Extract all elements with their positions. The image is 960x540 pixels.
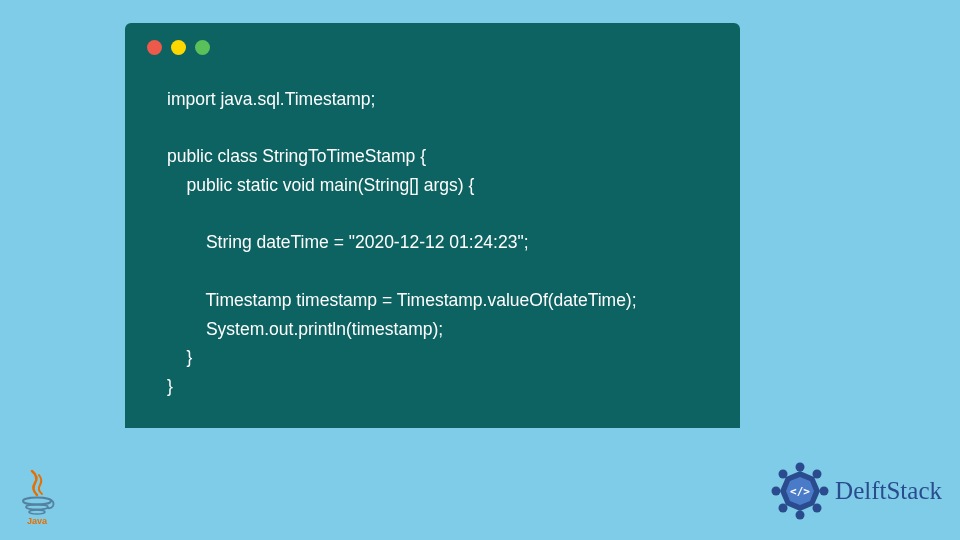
close-icon bbox=[147, 40, 162, 55]
svg-point-0 bbox=[23, 498, 51, 505]
delftstack-logo: </> DelftStack bbox=[771, 462, 942, 520]
java-logo: Java bbox=[17, 469, 57, 525]
code-line: import java.sql.Timestamp; bbox=[167, 89, 375, 109]
delftstack-brand-text: DelftStack bbox=[835, 477, 942, 505]
svg-text:Java: Java bbox=[27, 516, 48, 525]
code-line: } bbox=[167, 347, 192, 367]
maximize-icon bbox=[195, 40, 210, 55]
code-line: System.out.println(timestamp); bbox=[167, 319, 443, 339]
java-icon: Java bbox=[17, 469, 57, 525]
svg-point-4 bbox=[796, 463, 805, 472]
svg-point-8 bbox=[796, 511, 805, 520]
svg-point-2 bbox=[29, 510, 45, 514]
code-line: public static void main(String[] args) { bbox=[167, 175, 474, 195]
code-line: Timestamp timestamp = Timestamp.valueOf(… bbox=[167, 290, 637, 310]
code-line: } bbox=[167, 376, 173, 396]
window-controls bbox=[125, 23, 740, 55]
minimize-icon bbox=[171, 40, 186, 55]
code-line: public class StringToTimeStamp { bbox=[167, 146, 426, 166]
code-line: String dateTime = "2020-12-12 01:24:23"; bbox=[167, 232, 529, 252]
svg-point-6 bbox=[820, 487, 829, 496]
svg-point-10 bbox=[772, 487, 781, 496]
code-window: import java.sql.Timestamp; public class … bbox=[125, 23, 740, 428]
delftstack-gear-icon: </> bbox=[771, 462, 829, 520]
svg-text:</>: </> bbox=[790, 485, 810, 498]
svg-point-1 bbox=[26, 505, 48, 510]
code-content: import java.sql.Timestamp; public class … bbox=[125, 55, 740, 401]
